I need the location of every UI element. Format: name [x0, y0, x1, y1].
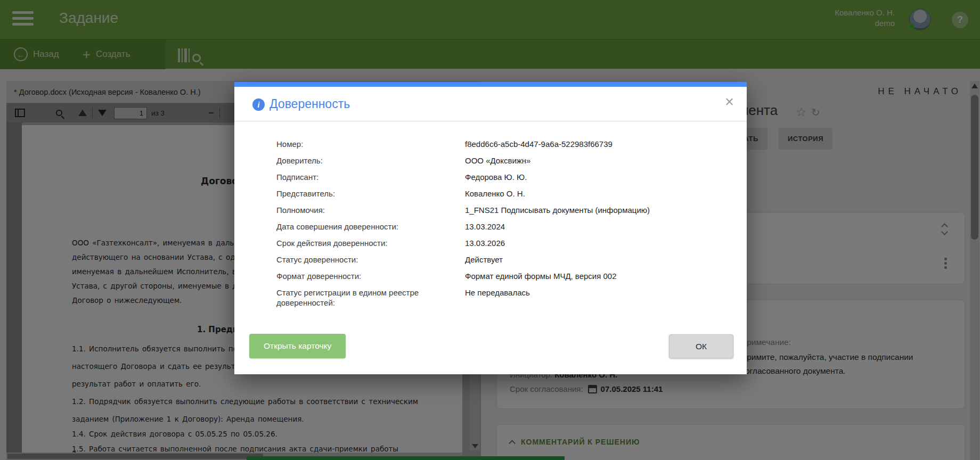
- field-row: Доверитель: ООО «Доксвижн»: [276, 155, 725, 166]
- field-row: Срок действия доверенности: 13.03.2026: [276, 238, 725, 248]
- open-card-button[interactable]: Открыть карточку: [249, 334, 346, 358]
- field-row: Номер: f8edd6c6-a5cb-4d47-9a6a-522983f66…: [276, 139, 725, 149]
- dialog-fields: Номер: f8edd6c6-a5cb-4d47-9a6a-522983f66…: [234, 121, 747, 308]
- field-row: Статус регистрации в едином реестре дове…: [276, 288, 725, 308]
- field-row: Подписант: Федорова Ю. Ю.: [276, 172, 725, 182]
- dialog-header: i Доверенность ×: [234, 87, 747, 121]
- field-row: Полномочия: 1_FNS21 Подписывать документ…: [276, 205, 725, 215]
- ok-button[interactable]: ОК: [669, 334, 733, 358]
- app-window: Задание Коваленко О. Н. demo ? ← Назад +…: [0, 0, 980, 460]
- field-row: Дата совершения доверенности: 13.03.2024: [276, 221, 725, 232]
- dialog-accent-bar: [234, 82, 747, 87]
- info-icon: i: [252, 98, 265, 111]
- field-row: Статус доверенности: Действует: [276, 254, 725, 265]
- power-of-attorney-dialog: i Доверенность × Номер: f8edd6c6-a5cb-4d…: [234, 82, 747, 374]
- close-icon[interactable]: ×: [725, 94, 734, 110]
- dialog-title: Доверенность: [270, 97, 350, 111]
- field-row: Представитель: Коваленко О. Н.: [276, 188, 725, 199]
- field-row: Формат доверенности: Формат единой формы…: [276, 271, 725, 281]
